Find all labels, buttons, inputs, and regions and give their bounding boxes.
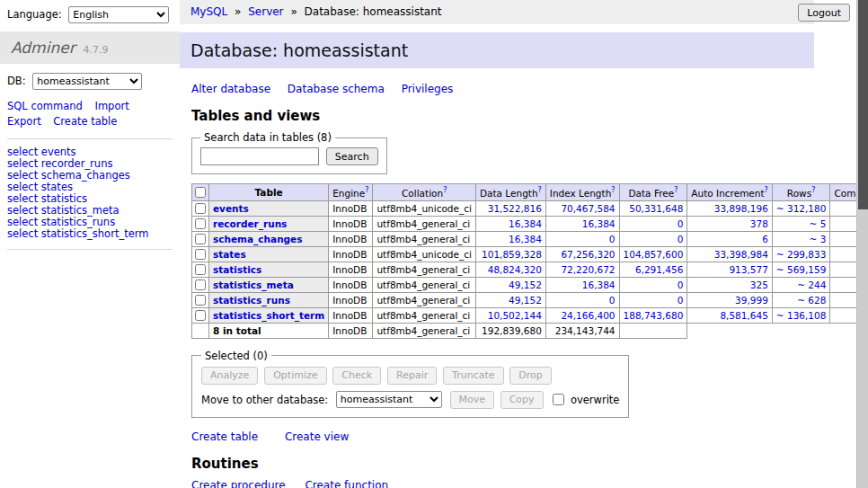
row-checkbox[interactable] — [195, 249, 206, 260]
rows-count-link[interactable]: ~ 244 — [797, 279, 826, 290]
privileges-link[interactable]: Privileges — [402, 83, 454, 95]
row-checkbox[interactable] — [195, 279, 206, 290]
row-checkbox[interactable] — [195, 234, 206, 244]
rows-count-link[interactable]: ~ 299,833 — [776, 249, 827, 260]
data-length-link[interactable]: 10,502,144 — [488, 310, 542, 321]
overwrite-label[interactable]: overwrite — [571, 393, 620, 405]
table-name-link[interactable]: states — [213, 249, 246, 260]
table-name-link[interactable]: schema_changes — [213, 234, 303, 244]
selected-action-button[interactable]: Repair — [387, 367, 437, 385]
copy-button[interactable]: Copy — [500, 391, 544, 409]
data-free-link[interactable]: 104,857,600 — [624, 249, 684, 260]
create-function-link[interactable]: Create function — [305, 479, 388, 488]
create-view-link[interactable]: Create view — [285, 430, 349, 443]
logout-button[interactable]: Logout — [798, 4, 850, 22]
export-link[interactable]: Export — [7, 115, 41, 128]
auto-increment-link[interactable]: 33,398,984 — [714, 249, 768, 260]
auto-increment-link[interactable]: 6 — [762, 234, 768, 244]
table-name-link[interactable]: events — [213, 203, 249, 214]
data-free-link[interactable]: 0 — [678, 234, 684, 244]
overwrite-checkbox[interactable] — [553, 394, 564, 405]
data-length-hint-link[interactable]: ? — [538, 186, 542, 194]
create-table-link-sidebar[interactable]: Create table — [53, 115, 117, 128]
breadcrumb-server-link[interactable]: Server — [248, 5, 283, 18]
search-input[interactable] — [200, 147, 319, 165]
sql-command-link[interactable]: SQL command — [7, 100, 83, 112]
data-free-link[interactable]: 0 — [678, 279, 684, 290]
engine-cell: InnoDB — [329, 200, 373, 216]
select-all-checkbox[interactable] — [195, 187, 206, 198]
rows-count-link[interactable]: ~ 569,159 — [776, 264, 827, 275]
language-select[interactable]: English — [68, 6, 169, 23]
data-length-link[interactable]: 49,152 — [509, 279, 542, 290]
data-length-link[interactable]: 49,152 — [509, 295, 542, 306]
selected-action-button[interactable]: Truncate — [443, 367, 503, 385]
move-db-select[interactable]: homeassistant — [336, 391, 442, 408]
alter-database-link[interactable]: Alter database — [191, 83, 270, 95]
move-button[interactable]: Move — [450, 391, 495, 409]
selected-action-button[interactable]: Analyze — [201, 367, 258, 385]
rows-count-link[interactable]: ~ 3 — [810, 234, 827, 244]
index-length-link[interactable]: 16,384 — [582, 218, 616, 229]
auto-increment-link[interactable]: 8,581,645 — [720, 310, 767, 321]
data-free-link[interactable]: 6,291,456 — [635, 264, 683, 275]
selected-action-button[interactable]: Check — [332, 367, 381, 385]
data-length-link[interactable]: 101,859,328 — [482, 249, 542, 260]
data-free-link[interactable]: 0 — [678, 295, 684, 306]
selected-action-button[interactable]: Optimize — [264, 367, 326, 385]
scrollbar-thumb[interactable] — [858, 0, 868, 209]
database-schema-link[interactable]: Database schema — [288, 83, 385, 95]
sidebar-table-link[interactable]: select statistics_short_term — [7, 228, 173, 240]
data-length-link[interactable]: 31,522,816 — [488, 203, 542, 214]
data-length-link[interactable]: 16,384 — [509, 234, 542, 244]
data-length-link[interactable]: 48,824,320 — [488, 264, 542, 275]
collation-hint-link[interactable]: ? — [443, 186, 447, 194]
rows-hint-link[interactable]: ? — [811, 186, 815, 194]
row-checkbox[interactable] — [195, 264, 206, 275]
rows-count-link[interactable]: ~ 312,180 — [776, 203, 827, 214]
index-length-link[interactable]: 16,384 — [582, 279, 616, 290]
rows-count-link[interactable]: ~ 628 — [797, 295, 826, 306]
data-free-hint-link[interactable]: ? — [674, 186, 678, 194]
index-length-link[interactable]: 67,256,320 — [561, 249, 615, 260]
auto-increment-link[interactable]: 39,999 — [735, 295, 768, 306]
index-length-link[interactable]: 0 — [609, 234, 616, 244]
row-checkbox[interactable] — [195, 203, 206, 214]
engine-cell: InnoDB — [329, 216, 373, 231]
data-free-link[interactable]: 0 — [678, 218, 684, 229]
search-button[interactable]: Search — [326, 147, 378, 165]
engine-hint-link[interactable]: ? — [365, 186, 368, 194]
index-length-hint-link[interactable]: ? — [611, 186, 615, 194]
index-length-cell: 16,384 — [545, 277, 619, 292]
data-free-link[interactable]: 188,743,680 — [624, 310, 684, 321]
index-length-link[interactable]: 24,166,400 — [561, 310, 615, 321]
index-length-link[interactable]: 72,220,672 — [561, 264, 615, 275]
table-name-link[interactable]: statistics_runs — [213, 295, 290, 306]
index-length-link[interactable]: 70,467,584 — [561, 203, 615, 214]
collation-cell: utf8mb4_general_ci — [373, 216, 475, 231]
auto-increment-link[interactable]: 33,898,196 — [714, 203, 768, 214]
create-table-link[interactable]: Create table — [191, 430, 258, 443]
vertical-scrollbar[interactable] — [856, 0, 868, 488]
row-checkbox[interactable] — [195, 295, 206, 306]
table-name-link[interactable]: statistics — [213, 264, 261, 275]
table-name-link[interactable]: recorder_runs — [213, 218, 287, 229]
auto-increment-link[interactable]: 325 — [750, 279, 768, 290]
auto-increment-link[interactable]: 913,577 — [729, 264, 767, 275]
auto-increment-hint-link[interactable]: ? — [765, 186, 768, 194]
table-name-link[interactable]: statistics_meta — [213, 279, 294, 290]
rows-count-link[interactable]: ~ 5 — [810, 218, 827, 229]
auto-increment-link[interactable]: 378 — [750, 218, 768, 229]
create-procedure-link[interactable]: Create procedure — [191, 479, 286, 488]
data-free-link[interactable]: 50,331,648 — [629, 203, 683, 214]
index-length-link[interactable]: 0 — [609, 295, 616, 306]
row-checkbox[interactable] — [195, 310, 206, 321]
table-name-link[interactable]: statistics_short_term — [213, 310, 324, 321]
rows-count-link[interactable]: ~ 136,108 — [776, 310, 827, 321]
row-checkbox[interactable] — [195, 218, 206, 229]
data-length-link[interactable]: 16,384 — [509, 218, 542, 229]
selected-action-button[interactable]: Drop — [509, 367, 551, 385]
breadcrumb-mysql-link[interactable]: MySQL — [190, 5, 227, 18]
db-select[interactable]: homeassistant — [32, 73, 142, 90]
import-link[interactable]: Import — [94, 100, 128, 112]
